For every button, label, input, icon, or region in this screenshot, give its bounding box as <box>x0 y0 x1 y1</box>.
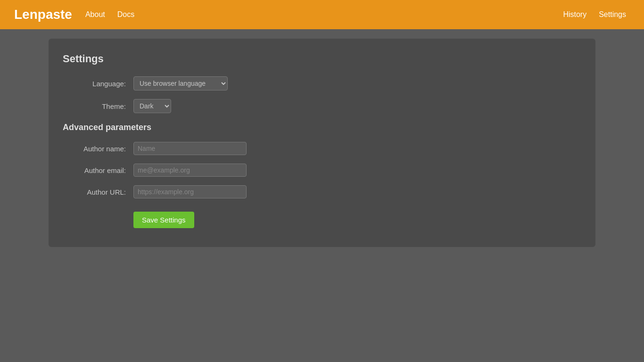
settings-link[interactable]: Settings <box>595 8 630 21</box>
author-email-row: Author email: <box>63 164 581 177</box>
theme-select[interactable]: Dark Light <box>133 99 171 113</box>
nav-links-left: About Docs <box>82 8 559 21</box>
main-wrapper: Settings Language: Use browser language … <box>0 29 644 256</box>
author-name-label: Author name: <box>63 145 133 153</box>
settings-title: Settings <box>63 53 581 65</box>
language-label: Language: <box>63 80 133 88</box>
content-card: Settings Language: Use browser language … <box>49 39 595 247</box>
author-url-input[interactable] <box>133 185 247 198</box>
author-email-input[interactable] <box>133 164 247 177</box>
author-name-row: Author name: <box>63 142 581 155</box>
theme-row: Theme: Dark Light <box>63 99 581 113</box>
language-row: Language: Use browser language English R… <box>63 76 581 90</box>
nav-links-right: History Settings <box>559 8 630 21</box>
about-link[interactable]: About <box>82 8 109 21</box>
author-url-row: Author URL: <box>63 185 581 198</box>
docs-link[interactable]: Docs <box>114 8 138 21</box>
language-select[interactable]: Use browser language English Russian Fre… <box>133 76 228 90</box>
author-name-input[interactable] <box>133 142 247 155</box>
navbar: Lenpaste About Docs History Settings <box>0 0 644 29</box>
brand-logo[interactable]: Lenpaste <box>14 7 72 22</box>
author-email-label: Author email: <box>63 166 133 174</box>
author-url-label: Author URL: <box>63 188 133 196</box>
save-settings-button[interactable]: Save Settings <box>133 212 194 228</box>
theme-label: Theme: <box>63 102 133 110</box>
history-link[interactable]: History <box>559 8 590 21</box>
advanced-parameters-title: Advanced parameters <box>63 123 581 132</box>
